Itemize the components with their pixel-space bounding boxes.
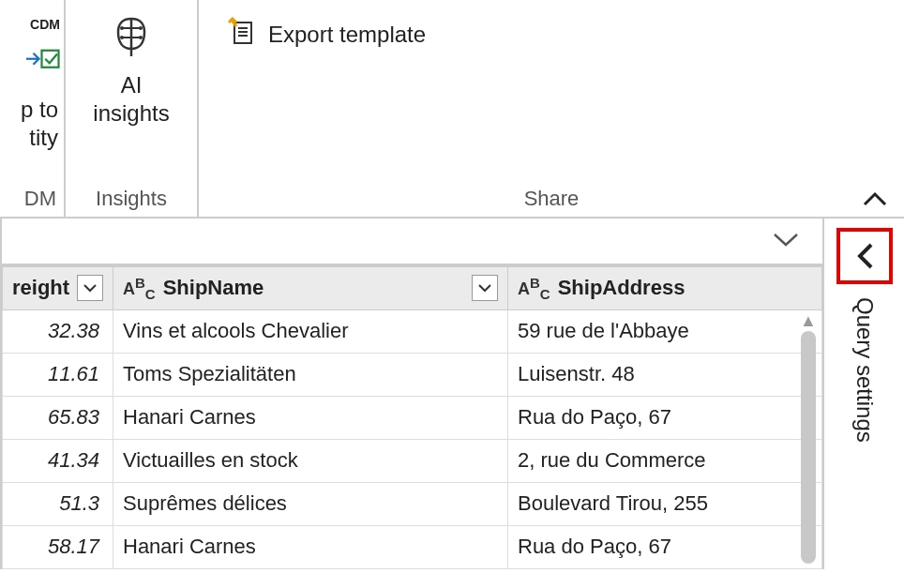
- filter-dropdown-icon[interactable]: [472, 275, 498, 301]
- export-template-icon: [227, 17, 257, 53]
- cell-shipaddress[interactable]: Rua do Paço, 67: [508, 396, 822, 439]
- ribbon-group-label-insights: Insights: [66, 183, 197, 217]
- export-template-button[interactable]: Export template: [199, 0, 426, 53]
- ribbon-group-label-share: Share: [199, 183, 904, 217]
- scroll-thumb[interactable]: [801, 331, 816, 564]
- svg-point-10: [139, 36, 143, 39]
- cell-shipaddress[interactable]: 2, rue du Commerce: [508, 439, 822, 482]
- filter-dropdown-icon[interactable]: [77, 275, 103, 301]
- cell-shipname[interactable]: Hanari Carnes: [113, 525, 508, 568]
- text-type-icon: ABC: [123, 275, 156, 302]
- ai-insights-button[interactable]: AI insights: [83, 0, 178, 128]
- table-row[interactable]: 41.34Victuailles en stock2, rue du Comme…: [3, 439, 822, 482]
- column-header-shipaddress[interactable]: ABC ShipAddress: [508, 266, 822, 309]
- cdm-badge: CDM: [30, 17, 60, 32]
- column-header-freight[interactable]: reight: [3, 266, 113, 309]
- formula-bar-expand-button[interactable]: [772, 229, 800, 253]
- ribbon-collapse-button[interactable]: [863, 184, 887, 213]
- cell-freight[interactable]: 58.17: [3, 525, 113, 568]
- cell-shipname[interactable]: Victuailles en stock: [113, 439, 508, 482]
- cell-shipname[interactable]: Hanari Carnes: [113, 396, 508, 439]
- ribbon-group-label-cdm: DM: [0, 183, 64, 217]
- column-header-shipname[interactable]: ABC ShipName: [113, 266, 508, 309]
- query-settings-label: Query settings: [851, 297, 878, 443]
- cell-shipname[interactable]: Suprêmes délices: [113, 482, 508, 525]
- cell-shipaddress[interactable]: Boulevard Tirou, 255: [508, 482, 822, 525]
- cell-freight[interactable]: 51.3: [3, 482, 113, 525]
- table-row[interactable]: 11.61Toms SpezialitätenLuisenstr. 48: [3, 353, 822, 396]
- formula-bar[interactable]: [0, 219, 824, 265]
- vertical-scrollbar[interactable]: ▲: [800, 312, 817, 565]
- export-template-label: Export template: [268, 22, 426, 48]
- ai-insights-label-1: AI: [93, 71, 169, 99]
- main-pane: reight ABC ShipName: [0, 219, 824, 569]
- query-settings-pane-collapsed: Query settings: [824, 219, 904, 569]
- table-row[interactable]: 65.83Hanari CarnesRua do Paço, 67: [3, 396, 822, 439]
- ribbon-group-insights: AI insights Insights: [66, 0, 199, 217]
- svg-point-7: [120, 26, 124, 30]
- svg-point-8: [120, 36, 124, 39]
- svg-point-9: [139, 26, 143, 30]
- cell-freight[interactable]: 65.83: [3, 396, 113, 439]
- ribbon: CDM p to tity DM: [0, 0, 904, 219]
- ribbon-group-share: Export template Share: [199, 0, 904, 217]
- brain-icon: [109, 13, 154, 64]
- map-entity-icon: [26, 49, 60, 79]
- map-to-entity-button[interactable]: CDM p to tity: [21, 0, 64, 152]
- table-row[interactable]: 32.38Vins et alcools Chevalier59 rue de …: [3, 309, 822, 353]
- cell-shipaddress[interactable]: 59 rue de l'Abbaye: [508, 309, 822, 353]
- cell-freight[interactable]: 41.34: [3, 439, 113, 482]
- cell-freight[interactable]: 32.38: [3, 309, 113, 353]
- cell-freight[interactable]: 11.61: [3, 353, 113, 396]
- cell-shipname[interactable]: Vins et alcools Chevalier: [113, 309, 508, 353]
- data-table: reight ABC ShipName: [0, 265, 824, 569]
- ai-insights-label-2: insights: [93, 99, 169, 128]
- query-settings-expand-button[interactable]: [836, 228, 893, 284]
- svg-rect-0: [42, 51, 59, 68]
- table-row[interactable]: 58.17Hanari CarnesRua do Paço, 67: [3, 525, 822, 568]
- cell-shipname[interactable]: Toms Spezialitäten: [113, 353, 508, 396]
- text-type-icon: ABC: [518, 275, 550, 302]
- cell-shipaddress[interactable]: Rua do Paço, 67: [508, 525, 822, 568]
- map-to-entity-label: p to tity: [21, 96, 60, 152]
- table-row[interactable]: 51.3Suprêmes délicesBoulevard Tirou, 255: [3, 482, 822, 525]
- ribbon-group-cdm: CDM p to tity DM: [0, 0, 66, 217]
- scroll-up-arrow[interactable]: ▲: [800, 312, 817, 329]
- cell-shipaddress[interactable]: Luisenstr. 48: [508, 353, 822, 396]
